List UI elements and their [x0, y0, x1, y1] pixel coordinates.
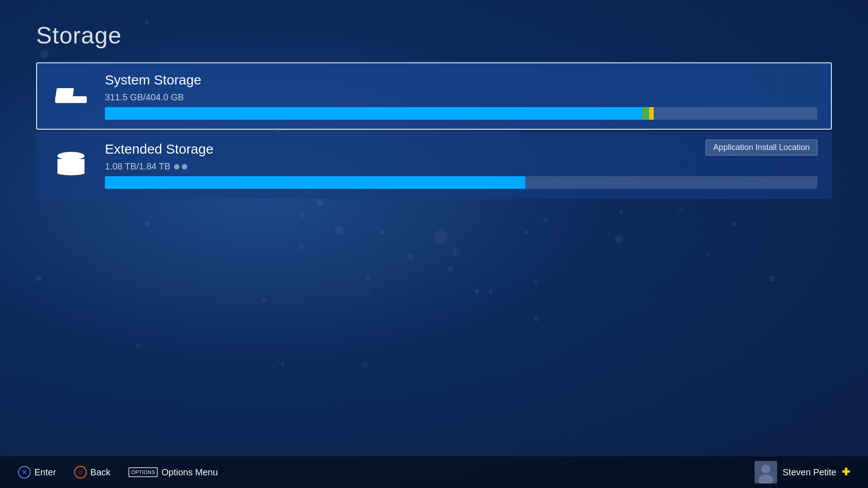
hdd-icon-shape: [57, 152, 85, 179]
size-dot-1: [174, 164, 179, 169]
page-title: Storage: [36, 22, 868, 49]
options-label: Options Menu: [161, 467, 218, 478]
enter-action[interactable]: ✕ Enter: [18, 466, 56, 479]
app-install-badge: Application Install Location: [706, 140, 817, 155]
size-dots: [174, 164, 187, 169]
svg-rect-1: [56, 88, 74, 98]
hdd-icon: [51, 152, 91, 179]
segment-green: [642, 107, 649, 120]
extended-storage-fill: [105, 176, 525, 189]
user-area: Steven Petite ✚: [755, 461, 850, 483]
username: Steven Petite: [783, 467, 836, 478]
options-button[interactable]: OPTIONS: [128, 467, 158, 477]
x-button[interactable]: ✕: [18, 466, 31, 479]
svg-point-4: [761, 465, 770, 474]
page-content: Storage System Storage 311.5 GB/404.0 GB: [0, 0, 868, 488]
options-action[interactable]: OPTIONS Options Menu: [128, 467, 218, 478]
storage-list: System Storage 311.5 GB/404.0 GB: [36, 62, 832, 259]
bottom-bar: ✕ Enter ○ Back OPTIONS Options Menu Stev…: [0, 456, 868, 488]
svg-rect-2: [76, 97, 85, 99]
system-storage-name: System Storage: [105, 72, 817, 88]
extended-storage-item[interactable]: Extended Storage 1.08 TB/1.84 TB Applica…: [36, 131, 832, 199]
extended-storage-progress: [105, 176, 817, 189]
size-dot-2: [182, 164, 187, 169]
segment-yellow: [649, 107, 654, 120]
ps-plus-icon: ✚: [842, 466, 850, 478]
hdd-body: [57, 159, 85, 172]
system-storage-info: System Storage 311.5 GB/404.0 GB: [105, 72, 817, 120]
back-label: Back: [90, 467, 110, 478]
system-storage-fill: [105, 107, 654, 120]
user-avatar: [755, 461, 777, 483]
console-icon: [51, 84, 91, 108]
back-action[interactable]: ○ Back: [74, 466, 110, 479]
hdd-bottom: [57, 171, 85, 175]
system-storage-progress: [105, 107, 817, 120]
system-storage-size: 311.5 GB/404.0 GB: [105, 92, 817, 103]
o-button[interactable]: ○: [74, 466, 87, 479]
system-storage-segments: [642, 107, 654, 120]
enter-label: Enter: [34, 467, 56, 478]
system-storage-item[interactable]: System Storage 311.5 GB/404.0 GB: [36, 62, 832, 130]
extended-storage-size: 1.08 TB/1.84 TB: [105, 161, 817, 172]
